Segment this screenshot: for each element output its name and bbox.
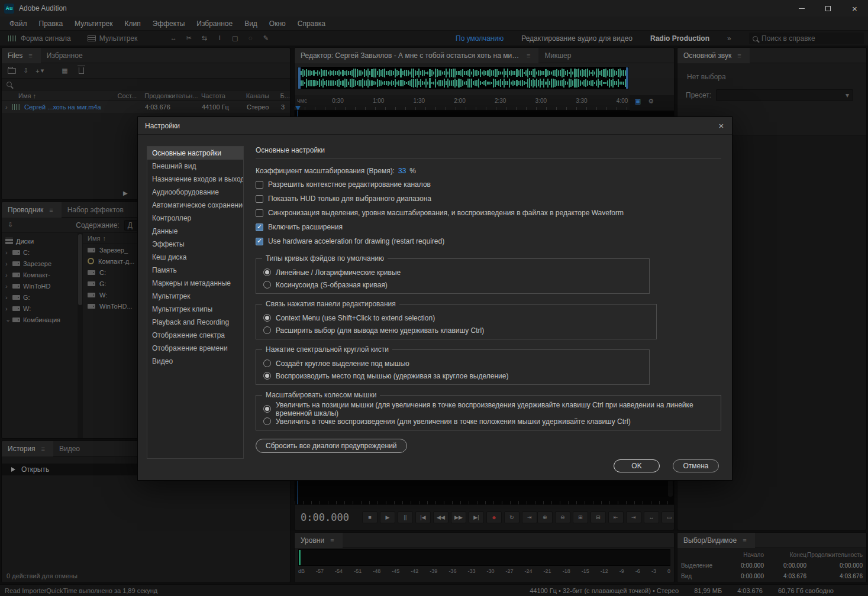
reset-warnings-button[interactable]: Сбросить все диалоги предупреждений	[256, 439, 407, 453]
pref-checkbox-row[interactable]: Use hardware acceleration for drawing (r…	[256, 234, 721, 248]
pref-category[interactable]: Память	[147, 264, 243, 277]
radio-option-row[interactable]: Context Menu (use Shift+Click to extend …	[263, 312, 649, 324]
radio-button[interactable]	[263, 359, 271, 367]
option-groups: Типы кривых фэйдов по умолчаниюЛинейные …	[256, 258, 721, 430]
adobe-audition-window: Au Adobe Audition × ФайлПравкаМультитрек…	[0, 0, 868, 596]
radio-option-row[interactable]: Линейные / Логарифмические кривые	[263, 266, 642, 278]
titlebar: Au Adobe Audition ×	[0, 0, 868, 17]
cancel-button[interactable]: Отмена	[673, 459, 719, 472]
radio-button[interactable]	[263, 372, 271, 380]
section-heading: Основные настройки	[256, 146, 721, 154]
pref-category[interactable]: Отображение времени	[147, 342, 243, 355]
checkbox[interactable]	[256, 238, 263, 245]
pref-category[interactable]: Эффекты	[147, 238, 243, 251]
pref-category[interactable]: Назначение входов и выходов	[147, 173, 243, 186]
pref-category[interactable]: Playback and Recording	[147, 316, 243, 329]
checkbox-label: Включить расширения	[268, 223, 343, 231]
ok-button[interactable]: OK	[614, 459, 660, 472]
pref-category[interactable]: Мультитрек	[147, 290, 243, 303]
pref-category[interactable]: Видео	[147, 355, 243, 368]
pref-category[interactable]: Внешний вид	[147, 160, 243, 173]
radio-option-row[interactable]: Расширить выбор (для вывода меню удержив…	[263, 324, 649, 336]
checkbox[interactable]	[256, 181, 263, 189]
radio-button[interactable]	[263, 268, 271, 276]
radio-button[interactable]	[263, 314, 271, 322]
radio-label: Косинусоида (S-образная кривая)	[276, 281, 388, 289]
option-group-legend: Типы кривых фэйдов по умолчанию	[262, 254, 388, 263]
pref-category[interactable]: Автоматическое сохранение	[147, 199, 243, 212]
radio-label: Увеличить на позиции мышки (для увеличен…	[276, 401, 714, 417]
radio-option-row[interactable]: Косинусоида (S-образная кривая)	[263, 278, 642, 291]
checkbox-label: Use hardware acceleration for drawing (r…	[268, 237, 444, 245]
zoom-factor-suffix: %	[409, 167, 416, 175]
pref-category[interactable]: Мультитрек клипы	[147, 303, 243, 316]
pref-category[interactable]: Кеш диска	[147, 251, 243, 264]
pref-category[interactable]: Контроллер	[147, 212, 243, 225]
option-group-legend: Масштабировать колесом мышки	[262, 391, 380, 399]
app-title: Adobe Audition	[19, 4, 67, 12]
radio-button[interactable]	[263, 326, 271, 334]
close-icon: ×	[852, 4, 857, 13]
radio-button[interactable]	[263, 405, 271, 413]
radio-label: Расширить выбор (для вывода меню удержив…	[276, 326, 484, 335]
pref-category[interactable]: Основные настройки	[147, 147, 243, 160]
radio-option-row[interactable]: Воспроизводить место под мышью (удержива…	[263, 370, 642, 382]
pref-category[interactable]: Маркеры и метаданные	[147, 277, 243, 290]
zoom-factor-value[interactable]: 33	[398, 167, 406, 175]
option-group-legend: Связь нажатия панели редактирования	[262, 300, 399, 308]
minimize-button[interactable]	[788, 0, 815, 17]
pref-checkbox-row[interactable]: Разрешить контекстное редактирование кан…	[256, 177, 721, 192]
radio-label: Линейные / Логарифмические кривые	[276, 268, 401, 277]
radio-label: Создаёт круглое выделение под мышью	[276, 359, 409, 368]
minimize-icon	[799, 8, 805, 9]
radio-button[interactable]	[263, 281, 271, 289]
dialog-title: Настройки	[145, 122, 180, 130]
pref-category[interactable]: Аудиооборудование	[147, 186, 243, 199]
pref-checkbox-row[interactable]: Показать HUD только для выбранного диапа…	[256, 192, 721, 206]
radio-option-row[interactable]: Создаёт круглое выделение под мышью	[263, 357, 642, 370]
radio-button[interactable]	[263, 417, 271, 425]
zoom-factor-label: Коэффициент масштабирования (Время):	[256, 167, 395, 175]
app-logo: Au	[4, 4, 14, 14]
pref-category[interactable]: Данные	[147, 225, 243, 238]
checkbox[interactable]	[256, 224, 263, 231]
preferences-content: Основные настройки Коэффициент масштабир…	[256, 146, 721, 451]
checkbox-label: Разрешить контекстное редактирование кан…	[268, 180, 431, 189]
option-group: Нажатие спектральной круглой кистиСоздаё…	[256, 349, 650, 385]
preferences-category-list: Основные настройкиВнешний видНазначение …	[147, 146, 244, 459]
checkbox[interactable]	[256, 209, 263, 217]
checkbox-label: Показать HUD только для выбранного диапа…	[268, 195, 431, 203]
maximize-button[interactable]	[815, 0, 841, 17]
option-group: Связь нажатия панели редактированияConte…	[256, 304, 657, 339]
checkbox[interactable]	[256, 195, 263, 203]
pref-category[interactable]: Отображение спектра	[147, 329, 243, 342]
radio-label: Context Menu (use Shift+Click to extend …	[276, 314, 435, 322]
dialog-close-button[interactable]: ×	[711, 117, 732, 134]
checkbox-label: Синхронизация выделения, уровня масштаби…	[268, 209, 624, 217]
close-icon: ×	[719, 121, 724, 131]
preferences-dialog: Настройки × Основные настройкиВнешний ви…	[137, 116, 733, 481]
option-group-legend: Нажатие спектральной круглой кисти	[262, 345, 392, 354]
close-button[interactable]: ×	[841, 0, 868, 17]
option-group: Типы кривых фэйдов по умолчаниюЛинейные …	[256, 258, 650, 294]
option-group: Масштабировать колесом мышкиУвеличить на…	[256, 395, 721, 430]
checkbox-list: Разрешить контекстное редактирование кан…	[256, 177, 721, 248]
radio-label: Увеличить в точке воспроизведения (для у…	[276, 417, 631, 426]
radio-option-row[interactable]: Увеличить на позиции мышки (для увеличен…	[263, 403, 714, 415]
pref-checkbox-row[interactable]: Синхронизация выделения, уровня масштаби…	[256, 206, 721, 220]
pref-checkbox-row[interactable]: Включить расширения	[256, 220, 721, 234]
maximize-icon	[825, 6, 831, 11]
radio-label: Воспроизводить место под мышью (удержива…	[276, 372, 508, 380]
